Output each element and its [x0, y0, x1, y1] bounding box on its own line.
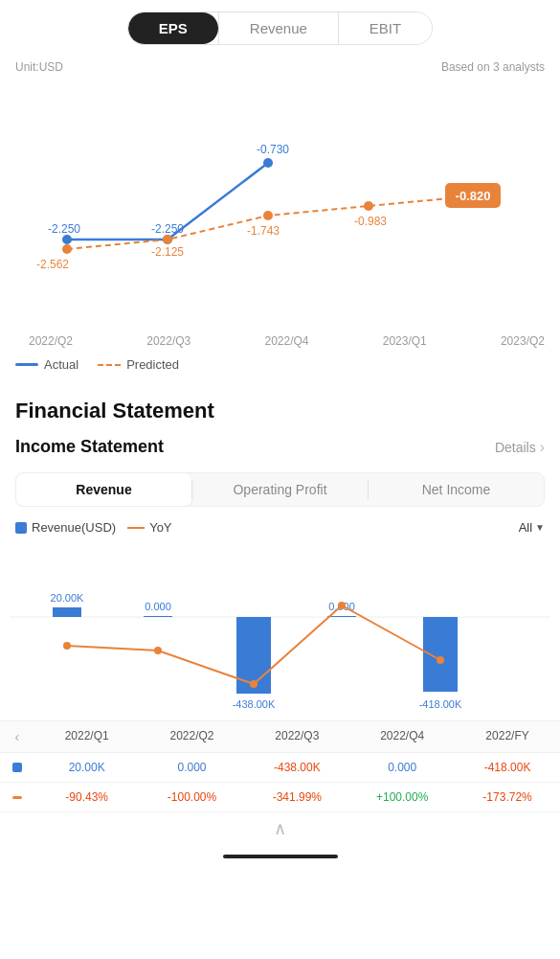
tab-revenue[interactable]: Revenue [219, 12, 338, 44]
chart-legend: Actual Predicted [0, 348, 560, 381]
table-cell-q4-yoy: +100.00% [349, 783, 455, 811]
table-cell-indicator-revenue [0, 753, 34, 782]
xlabel-3: 2023/Q1 [383, 334, 427, 348]
income-tab-revenue[interactable]: Revenue [16, 473, 191, 506]
svg-rect-18 [53, 607, 81, 617]
meta-row: Unit:USD Based on 3 analysts [0, 57, 560, 81]
eps-chart-svg: -0.820 -2.250 -2.250 -0.730 -2.562 -2.12… [10, 91, 550, 302]
svg-point-30 [250, 680, 258, 688]
table-header-q2: 2022/Q2 [140, 721, 245, 752]
rev-line-icon [127, 527, 145, 529]
table-row-yoy: -90.43% -100.00% -341.99% +100.00% -173.… [0, 783, 560, 812]
income-tab-operating-profit[interactable]: Operating Profit [192, 473, 368, 506]
svg-text:-0.983: -0.983 [354, 215, 387, 228]
eps-chart-area: -0.820 -2.250 -2.250 -0.730 -2.562 -2.12… [0, 81, 560, 331]
table-cell-q1-rev: 20.00K [34, 753, 140, 782]
chevron-right-icon: › [540, 439, 545, 456]
svg-rect-20 [144, 616, 172, 617]
table-header-fy: 2022/FY [455, 721, 560, 752]
table-cell-fy-rev: -418.00K [455, 753, 560, 782]
svg-text:-0.820: -0.820 [456, 189, 491, 203]
table-cell-q4-rev: 0.000 [349, 753, 455, 782]
all-label: All [519, 520, 532, 535]
revenue-legend: Revenue(USD) YoY [15, 520, 172, 535]
svg-point-29 [154, 647, 162, 654]
analysts-label: Based on 3 analysts [441, 60, 545, 74]
svg-rect-24 [327, 616, 356, 617]
svg-point-0 [62, 235, 72, 244]
svg-text:-2.562: -2.562 [36, 258, 69, 271]
bottom-bar [0, 843, 560, 866]
tab-group: EPS Revenue EBIT [127, 11, 433, 45]
legend-actual-line [15, 363, 38, 366]
svg-point-6 [364, 201, 373, 211]
xlabel-2: 2022/Q4 [264, 334, 308, 348]
svg-point-4 [163, 235, 172, 244]
svg-point-32 [437, 656, 444, 664]
rev-legend-yoy: YoY [127, 520, 171, 535]
rev-legend-revenue-label: Revenue(USD) [32, 520, 116, 535]
details-label: Details [495, 440, 536, 455]
svg-text:0.000: 0.000 [145, 601, 171, 612]
bottom-pill [223, 855, 338, 858]
table-cell-fy-yoy: -173.72% [455, 783, 560, 811]
legend-predicted-line [98, 364, 121, 366]
bar-chart-svg: 20.00K 0.000 -438.00K 0.000 -418.00K [10, 540, 550, 713]
svg-text:-0.730: -0.730 [257, 143, 289, 156]
table-cell-q2-yoy: -100.00% [140, 783, 245, 811]
tab-eps[interactable]: EPS [128, 12, 218, 44]
nav-up-arrow-icon[interactable]: ∧ [274, 818, 286, 839]
table-nav-prev[interactable]: ‹ [15, 729, 20, 744]
table-cell-indicator-yoy [0, 783, 34, 811]
table-cell-q3-yoy: -341.99% [244, 783, 349, 811]
chart-xaxis: 2022/Q2 2022/Q3 2022/Q4 2023/Q1 2023/Q2 [0, 331, 560, 348]
nav-arrow-area: ∧ [0, 812, 560, 843]
svg-point-3 [62, 244, 72, 254]
bar-chart-area: 20.00K 0.000 -438.00K 0.000 -418.00K [0, 540, 560, 713]
xlabel-1: 2022/Q3 [146, 334, 190, 348]
table-row-revenue: 20.00K 0.000 -438.00K 0.000 -418.00K [0, 753, 560, 783]
svg-text:20.00K: 20.00K [51, 592, 85, 604]
income-statement-row: Income Statement Details › [0, 433, 560, 465]
row-indicator-blue-icon [12, 763, 22, 772]
row-indicator-orange-icon [12, 796, 22, 799]
rev-square-icon [15, 522, 27, 534]
legend-actual-label: Actual [44, 357, 78, 372]
income-tabs: Revenue Operating Profit Net Income [15, 472, 545, 507]
table-header-q3: 2022/Q3 [244, 721, 349, 752]
tab-bar: EPS Revenue EBIT [0, 0, 560, 57]
unit-label: Unit:USD [15, 60, 63, 74]
svg-point-5 [263, 211, 273, 220]
svg-point-28 [63, 642, 71, 650]
legend-actual: Actual [15, 357, 78, 372]
xlabel-4: 2023/Q2 [501, 334, 545, 348]
details-link[interactable]: Details › [495, 439, 545, 456]
table-header-indicator: ‹ [0, 721, 34, 752]
table-cell-q3-rev: -438.00K [244, 753, 349, 782]
income-statement-title: Income Statement [15, 437, 164, 457]
svg-point-31 [338, 602, 346, 609]
table-header-q1: 2022/Q1 [34, 721, 140, 752]
xlabel-0: 2022/Q2 [29, 334, 73, 348]
table-header-q4: 2022/Q4 [349, 721, 455, 752]
svg-point-2 [263, 158, 273, 168]
table-cell-q1-yoy: -90.43% [34, 783, 140, 811]
tab-ebit[interactable]: EBIT [339, 12, 432, 44]
financial-section-title: Financial Statement [0, 381, 560, 433]
svg-text:-438.00K: -438.00K [233, 698, 276, 710]
rev-legend-yoy-label: YoY [149, 520, 171, 535]
rev-legend-revenue: Revenue(USD) [15, 520, 116, 535]
table-cell-q2-rev: 0.000 [140, 753, 245, 782]
legend-predicted-label: Predicted [126, 357, 179, 372]
all-dropdown[interactable]: All ▼ [519, 520, 545, 535]
svg-text:-2.125: -2.125 [151, 245, 184, 259]
legend-predicted: Predicted [98, 357, 179, 372]
revenue-chart-header: Revenue(USD) YoY All ▼ [0, 514, 560, 540]
dropdown-arrow-icon: ▼ [535, 522, 545, 533]
svg-text:-1.743: -1.743 [247, 224, 280, 238]
svg-text:-2.250: -2.250 [151, 222, 184, 236]
table-header-row: ‹ 2022/Q1 2022/Q2 2022/Q3 2022/Q4 2022/F… [0, 721, 560, 753]
data-table: ‹ 2022/Q1 2022/Q2 2022/Q3 2022/Q4 2022/F… [0, 720, 560, 812]
svg-text:-2.250: -2.250 [48, 222, 80, 236]
income-tab-net-income[interactable]: Net Income [369, 473, 544, 506]
